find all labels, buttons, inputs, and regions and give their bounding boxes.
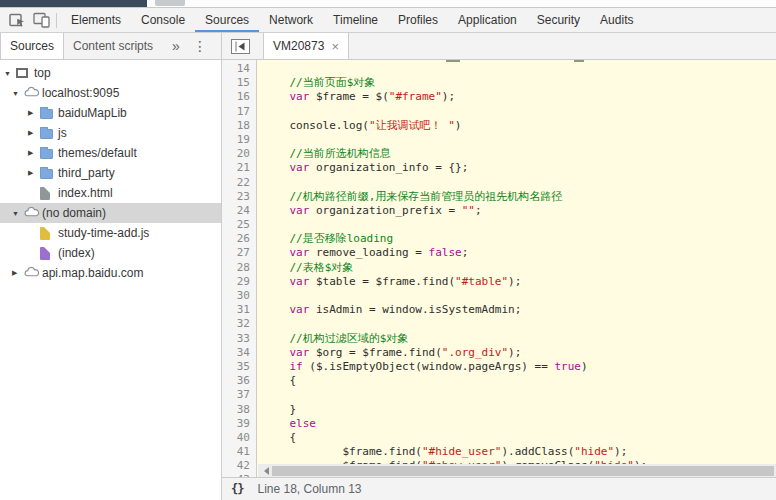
line-number[interactable]: 38 <box>222 403 256 417</box>
code-line-18[interactable]: console.log("让我调试吧！ ") <box>263 119 776 133</box>
line-number[interactable]: 32 <box>222 317 256 331</box>
line-number[interactable]: 23 <box>222 190 256 204</box>
line-number[interactable]: 40 <box>222 431 256 445</box>
code-line-28[interactable]: //表格$对象 <box>263 261 776 275</box>
triangle-right-icon[interactable]: ▶ <box>28 109 40 117</box>
code-line-22[interactable] <box>263 176 776 190</box>
line-number[interactable]: 31 <box>222 303 256 317</box>
code-line-17[interactable] <box>263 105 776 119</box>
devtools-tab-network[interactable]: Network <box>259 8 323 32</box>
devtools-tab-audits[interactable]: Audits <box>590 8 643 32</box>
line-number[interactable]: 28 <box>222 261 256 275</box>
line-number[interactable]: 26 <box>222 232 256 246</box>
code-line-34[interactable]: var $org = $frame.find(".org_div"); <box>263 346 776 360</box>
code-line-24[interactable]: var organization_prefix = ""; <box>263 204 776 218</box>
line-number[interactable]: 14 <box>222 62 256 76</box>
kebab-menu-icon[interactable]: ⋮ <box>193 33 207 59</box>
inspect-element-icon[interactable] <box>6 9 30 31</box>
code-line-26[interactable]: //是否移除loading <box>263 232 776 246</box>
devtools-tab-elements[interactable]: Elements <box>61 8 131 32</box>
line-number[interactable]: 21 <box>222 161 256 175</box>
code-line-37[interactable] <box>263 388 776 402</box>
close-tab-icon[interactable]: × <box>331 39 339 54</box>
tree-item-top[interactable]: ▼top <box>0 63 221 83</box>
line-number[interactable]: 30 <box>222 289 256 303</box>
code-line-21[interactable]: var organization_info = {}; <box>263 161 776 175</box>
line-number[interactable]: 41 <box>222 445 256 459</box>
code-line-29[interactable]: var $table = $frame.find("#table"); <box>263 275 776 289</box>
line-number[interactable]: 25 <box>222 218 256 232</box>
tree-item-index[interactable]: (index) <box>0 243 221 263</box>
triangle-right-icon[interactable]: ▶ <box>28 129 40 137</box>
code-line-32[interactable] <box>263 317 776 331</box>
triangle-right-icon[interactable]: ▶ <box>28 149 40 157</box>
line-number[interactable]: 24 <box>222 204 256 218</box>
code-editor[interactable]: 1415161718192021222324252627282930313233… <box>222 60 776 477</box>
devtools-tab-application[interactable]: Application <box>448 8 527 32</box>
code-lines[interactable]: //当前页面$对象 var $frame = $("#frame"); cons… <box>258 60 776 477</box>
code-line-30[interactable] <box>263 289 776 303</box>
horizontal-scrollbar[interactable] <box>258 464 776 477</box>
tree-item-api-map-baidu-com[interactable]: ▶api.map.baidu.com <box>0 263 221 283</box>
tree-item-js[interactable]: ▶js <box>0 123 221 143</box>
line-number[interactable]: 36 <box>222 374 256 388</box>
devtools-tab-timeline[interactable]: Timeline <box>323 8 388 32</box>
scrollbar-thumb[interactable] <box>272 466 774 476</box>
line-number[interactable]: 22 <box>222 176 256 190</box>
tree-item-localhost-9095[interactable]: ▼localhost:9095 <box>0 83 221 103</box>
line-number[interactable]: 18 <box>222 119 256 133</box>
line-number[interactable]: 33 <box>222 332 256 346</box>
triangle-right-icon[interactable]: ▶ <box>28 169 40 177</box>
overflow-chevron-icon[interactable]: » <box>172 33 180 59</box>
devtools-tab-security[interactable]: Security <box>527 8 590 32</box>
line-number[interactable]: 16 <box>222 90 256 104</box>
triangle-down-icon[interactable]: ▼ <box>12 210 24 217</box>
devtools-tab-console[interactable]: Console <box>131 8 195 32</box>
tree-item-index-html[interactable]: index.html <box>0 183 221 203</box>
code-line-31[interactable]: var isAdmin = window.isSystemAdmin; <box>263 303 776 317</box>
code-line-25[interactable] <box>263 218 776 232</box>
code-line-16[interactable]: var $frame = $("#frame"); <box>263 90 776 104</box>
editor-tab-vm20873[interactable]: VM20873 × <box>263 33 349 59</box>
code-line-35[interactable]: if ($.isEmptyObject(window.pageArgs) == … <box>263 360 776 374</box>
line-number[interactable]: 34 <box>222 346 256 360</box>
code-line-27[interactable]: var remove_loading = false; <box>263 246 776 260</box>
line-number[interactable]: 20 <box>222 147 256 161</box>
line-number[interactable]: 37 <box>222 388 256 402</box>
code-line-19[interactable] <box>263 133 776 147</box>
code-line-38[interactable]: } <box>263 403 776 417</box>
collapse-sidebar-button[interactable] <box>231 39 250 54</box>
triangle-right-icon[interactable]: ▶ <box>12 269 24 277</box>
line-number[interactable]: 19 <box>222 133 256 147</box>
devtools-tab-sources[interactable]: Sources <box>195 8 259 32</box>
code-line-15[interactable]: //当前页面$对象 <box>263 76 776 90</box>
tree-item-no-domain[interactable]: ▼(no domain) <box>0 203 221 223</box>
code-line-33[interactable]: //机构过滤区域的$对象 <box>263 332 776 346</box>
tree-item-baidumaplib[interactable]: ▶baiduMapLib <box>0 103 221 123</box>
line-number[interactable]: 15 <box>222 76 256 90</box>
line-number[interactable]: 43 <box>222 473 256 477</box>
triangle-down-icon[interactable]: ▼ <box>12 90 24 97</box>
sidebar-tab-content-scripts[interactable]: Content scripts <box>64 33 162 59</box>
tree-item-study-time-add-js[interactable]: study-time-add.js <box>0 223 221 243</box>
code-line-20[interactable]: //当前所选机构信息 <box>263 147 776 161</box>
code-line-14[interactable] <box>263 62 776 76</box>
devtools-tab-profiles[interactable]: Profiles <box>388 8 448 32</box>
scroll-left-arrow-icon[interactable] <box>260 467 269 475</box>
tree-item-themes-default[interactable]: ▶themes/default <box>0 143 221 163</box>
line-number[interactable]: 39 <box>222 417 256 431</box>
tree-item-third-party[interactable]: ▶third_party <box>0 163 221 183</box>
line-number[interactable]: 17 <box>222 105 256 119</box>
code-line-36[interactable]: { <box>263 374 776 388</box>
pretty-print-button[interactable]: {} <box>231 482 243 496</box>
sidebar-tab-sources[interactable]: Sources <box>0 33 64 59</box>
line-number[interactable]: 27 <box>222 246 256 260</box>
triangle-down-icon[interactable]: ▼ <box>4 70 16 77</box>
code-line-41[interactable]: $frame.find("#hide_user").addClass("hide… <box>263 445 776 459</box>
code-line-39[interactable]: else <box>263 417 776 431</box>
line-number[interactable]: 29 <box>222 275 256 289</box>
code-line-40[interactable]: { <box>263 431 776 445</box>
code-line-23[interactable]: //机构路径前缀,用来保存当前管理员的祖先机构名路径 <box>263 190 776 204</box>
line-number[interactable]: 42 <box>222 459 256 473</box>
line-number[interactable]: 35 <box>222 360 256 374</box>
